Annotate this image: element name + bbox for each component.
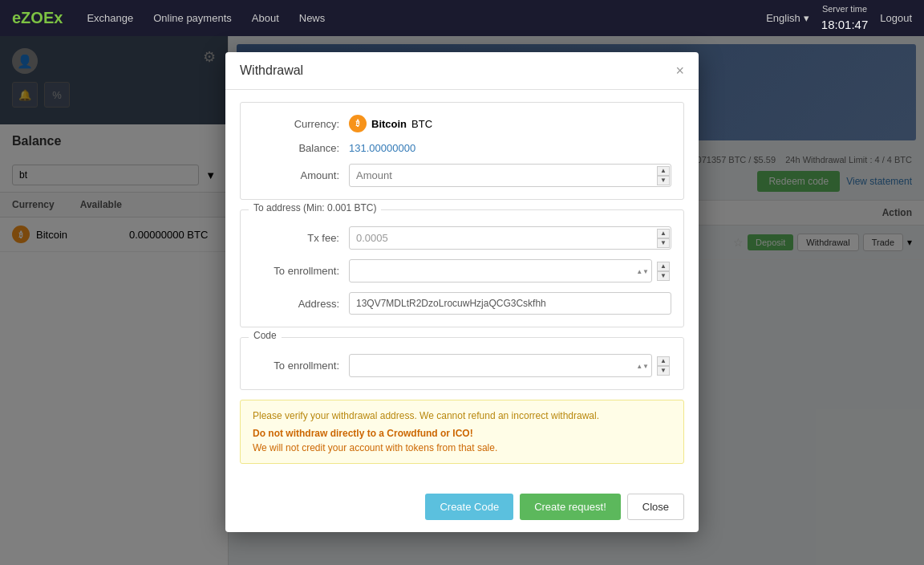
- amount-input-wrapper: ▲ ▼: [349, 164, 671, 187]
- enrollment-select-wrapper: [349, 259, 652, 282]
- spinner-down[interactable]: ▼: [657, 176, 670, 185]
- close-button[interactable]: Close: [627, 494, 684, 520]
- code-section-body: To enrollment: ▲ ▼: [241, 338, 683, 389]
- code-spinner-btns: ▲ ▼: [657, 356, 670, 376]
- currency-code: BTC: [411, 118, 432, 130]
- logout-button[interactable]: Logout: [880, 12, 912, 24]
- txfee-spinner-up[interactable]: ▲: [657, 229, 670, 238]
- code-select-wrapper: [349, 354, 652, 377]
- code-down[interactable]: ▼: [657, 366, 670, 376]
- nav-about[interactable]: About: [252, 12, 279, 24]
- balance-value: 131.00000000: [349, 142, 415, 154]
- code-section-label: Code: [249, 330, 282, 341]
- bitcoin-icon: ₿: [349, 115, 367, 132]
- language-label: English: [766, 12, 800, 24]
- txfee-spinner: ▲ ▼: [349, 226, 671, 250]
- txfee-spinner-down[interactable]: ▼: [657, 238, 670, 248]
- address-value: [349, 292, 671, 315]
- nav-links: Exchange Online payments About News: [87, 12, 766, 24]
- spinner-buttons: ▲ ▼: [657, 166, 670, 185]
- amount-row: Amount: ▲ ▼: [253, 164, 671, 187]
- address-row: Address:: [253, 292, 671, 315]
- server-time-display: Server time 18:01:47: [821, 3, 868, 32]
- nav-right: English ▾ Server time 18:01:47 Logout: [766, 3, 912, 32]
- txfee-spinner-buttons: ▲ ▼: [657, 229, 670, 248]
- logo-text: Ex: [43, 9, 63, 26]
- logo-accent: eZO: [12, 9, 43, 26]
- warning-sub: We will not credit your account with tok…: [253, 442, 671, 453]
- txfee-value: ▲ ▼: [349, 226, 671, 250]
- currency-field-label: Currency:: [253, 118, 349, 130]
- language-selector[interactable]: English ▾: [766, 12, 809, 24]
- enrollment-down[interactable]: ▼: [657, 271, 670, 281]
- modal-overlay: Withdrawal × Currency: ₿ Bitcoin BTC Bal…: [0, 36, 924, 565]
- modal-footer: Create Code Create request! Close: [225, 486, 699, 532]
- enrollment-select[interactable]: [349, 259, 652, 282]
- code-enrollment-row: To enrollment: ▲ ▼: [253, 354, 671, 377]
- code-section: Code To enrollment: ▲ ▼: [240, 337, 684, 390]
- code-enrollment-select[interactable]: [349, 354, 652, 377]
- modal-header: Withdrawal ×: [225, 52, 699, 90]
- balance-field-label: Balance:: [253, 142, 349, 154]
- top-navigation: eZOEx Exchange Online payments About New…: [0, 0, 924, 36]
- warning-bold: Do not withdraw directly to a Crowdfund …: [253, 428, 671, 439]
- address-section-label: To address (Min: 0.001 BTC): [249, 202, 381, 213]
- modal-title: Withdrawal: [240, 63, 303, 78]
- code-up[interactable]: ▲: [657, 356, 670, 366]
- txfee-row: Tx fee: ▲ ▼: [253, 226, 671, 250]
- amount-input[interactable]: [349, 164, 671, 187]
- server-time-value: 18:01:47: [821, 16, 868, 33]
- create-code-button[interactable]: Create Code: [425, 494, 513, 520]
- code-enrollment-value: ▲ ▼: [349, 354, 671, 377]
- address-label: Address:: [253, 298, 349, 310]
- modal-close-button[interactable]: ×: [675, 63, 684, 78]
- withdrawal-modal: Withdrawal × Currency: ₿ Bitcoin BTC Bal…: [225, 52, 699, 532]
- enrollment-row: To enrollment: ▲ ▼: [253, 259, 671, 282]
- txfee-label: Tx fee:: [253, 232, 349, 244]
- create-request-button[interactable]: Create request!: [520, 494, 621, 520]
- currency-row: Currency: ₿ Bitcoin BTC: [253, 115, 671, 132]
- txfee-input[interactable]: [349, 226, 671, 250]
- address-section-body: Tx fee: ▲ ▼ To enrollme: [241, 210, 683, 327]
- enrollment-value: ▲ ▼: [349, 259, 671, 282]
- warning-box: Please verify your withdrawal address. W…: [240, 400, 684, 464]
- balance-value-display: 131.00000000: [349, 142, 671, 154]
- nav-exchange[interactable]: Exchange: [87, 12, 133, 24]
- balance-row: Balance: 131.00000000: [253, 142, 671, 154]
- warning-text: Please verify your withdrawal address. W…: [253, 410, 671, 421]
- currency-name: Bitcoin: [371, 118, 407, 130]
- enrollment-up[interactable]: ▲: [657, 262, 670, 271]
- address-section: To address (Min: 0.001 BTC) Tx fee: ▲ ▼: [240, 209, 684, 327]
- spinner-up[interactable]: ▲: [657, 166, 670, 176]
- amount-spinner: ▲ ▼: [349, 164, 671, 187]
- code-enrollment-label: To enrollment:: [253, 360, 349, 372]
- amount-field-label: Amount:: [253, 169, 349, 181]
- currency-section: Currency: ₿ Bitcoin BTC Balance: 131.000…: [240, 102, 684, 200]
- nav-news[interactable]: News: [299, 12, 326, 24]
- server-time-label: Server time: [821, 3, 868, 15]
- modal-body: Currency: ₿ Bitcoin BTC Balance: 131.000…: [225, 90, 699, 486]
- currency-value: ₿ Bitcoin BTC: [349, 115, 671, 132]
- enrollment-label: To enrollment:: [253, 265, 349, 277]
- nav-online-payments[interactable]: Online payments: [153, 12, 232, 24]
- address-input[interactable]: [349, 292, 671, 315]
- site-logo: eZOEx: [12, 9, 63, 27]
- chevron-down-icon: ▾: [804, 12, 809, 24]
- enrollment-spinner-btns: ▲ ▼: [657, 262, 670, 281]
